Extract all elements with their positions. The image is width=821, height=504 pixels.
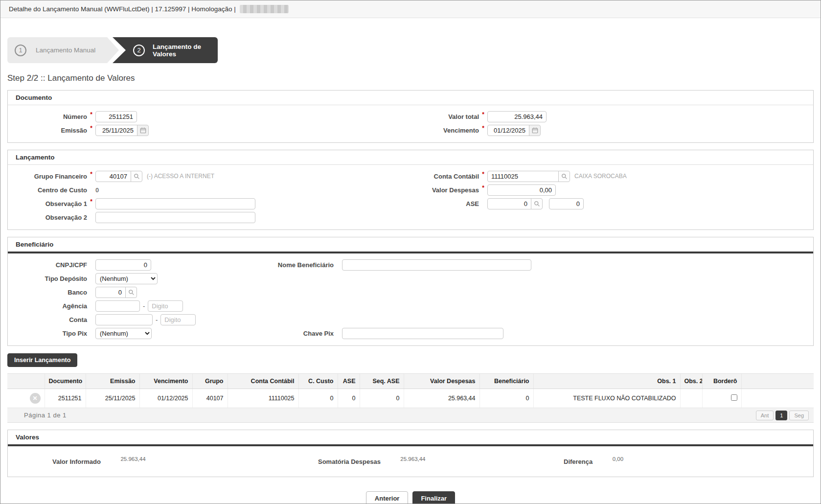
col-vencimento: Vencimento	[139, 374, 192, 389]
cell-obs2	[680, 389, 702, 408]
vencimento-calendar-icon[interactable]	[529, 125, 541, 136]
required-asterisk: *	[479, 111, 487, 118]
ase-seq-input[interactable]	[549, 198, 584, 209]
valor-informado-value: 25.963,44	[120, 456, 145, 462]
step-2-label: Lançamento de Valores	[153, 43, 218, 58]
banco-search-icon[interactable]	[125, 287, 137, 298]
emissao-label: Emissão	[8, 127, 87, 134]
cell-conta-contabil: 11110025	[228, 389, 298, 408]
grupo-financeiro-search-icon[interactable]	[131, 171, 142, 182]
valor-informado: Valor Informado 25.963,44	[52, 457, 146, 466]
col-obs1: Obs. 1	[533, 374, 680, 389]
agencia-digito-input[interactable]	[148, 300, 183, 312]
cell-valor-despesas: 25.963,44	[404, 389, 479, 408]
col-documento: Documento	[45, 374, 86, 389]
col-c-custo: C. Custo	[298, 374, 338, 389]
step-title: Step 2/2 :: Lançamento de Valores	[7, 73, 814, 83]
tipo-pix-label: Tipo Pix	[8, 330, 87, 337]
conta-contabil-label: Conta Contábil	[410, 173, 479, 180]
conta-contabil-input[interactable]	[487, 171, 559, 182]
ase-label: ASE	[410, 200, 479, 207]
step-1-number: 1	[15, 45, 26, 56]
table-header-row: Documento Emissão Vencimento Grupo Conta…	[7, 374, 814, 389]
nome-beneficiario-label: Nome Beneficiário	[272, 261, 334, 269]
cell-obs1: TESTE FLUXO NÃO COTABILIZADO	[533, 389, 680, 408]
somatoria-despesas-label: Somatória Despesas	[318, 458, 381, 465]
valor-total-label: Valor total	[410, 113, 479, 120]
valor-informado-label: Valor Informado	[52, 458, 101, 465]
banco-input[interactable]	[95, 287, 126, 298]
chave-pix-label: Chave Pix	[272, 330, 334, 337]
col-obs2: Obs. 2	[680, 374, 702, 389]
col-bordero: Borderô	[702, 374, 741, 389]
dash-separator: -	[143, 302, 145, 310]
agencia-input[interactable]	[95, 300, 140, 312]
observacao1-label: Observação 1	[8, 200, 87, 207]
valor-despesas-input[interactable]	[487, 184, 556, 196]
col-filler	[741, 374, 814, 389]
lancamentos-table: Documento Emissão Vencimento Grupo Conta…	[7, 373, 814, 423]
grupo-financeiro-input[interactable]	[95, 171, 131, 182]
diferenca: Diferença 0,00	[564, 457, 623, 466]
emissao-input[interactable]	[95, 125, 137, 136]
pagination-prev-button[interactable]: Ant	[756, 411, 774, 420]
pagination-page-1-button[interactable]: 1	[775, 411, 787, 420]
required-asterisk: *	[87, 125, 95, 132]
col-seq-ase: Seq. ASE	[360, 374, 404, 389]
valor-despesas-label: Valor Despesas	[410, 186, 479, 194]
inserir-lancamento-button[interactable]: Inserir Lançamento	[7, 353, 77, 367]
cnpj-cpf-label: CNPJ/CPF	[8, 261, 87, 269]
step-1-label: Lançamento Manual	[36, 46, 95, 54]
observacao2-label: Observação 2	[8, 214, 87, 221]
required-asterisk: *	[479, 171, 487, 178]
centro-custo-label: Centro de Custo	[8, 186, 87, 194]
agencia-label: Agência	[8, 302, 87, 310]
tipo-deposito-label: Tipo Depósito	[8, 275, 87, 282]
numero-input[interactable]	[95, 111, 137, 122]
chave-pix-input[interactable]	[342, 328, 503, 339]
section-documento-title: Documento	[8, 91, 813, 105]
required-asterisk: *	[87, 111, 95, 118]
conta-input[interactable]	[95, 314, 153, 325]
pagination-label: Página 1 de 1	[24, 412, 67, 419]
cell-seq-ase: 0	[360, 389, 404, 408]
cnpj-cpf-input[interactable]	[95, 259, 151, 271]
section-valores-title: Valores	[8, 430, 813, 446]
wizard-step-1[interactable]: 1 Lançamento Manual	[7, 37, 121, 63]
required-asterisk: *	[479, 125, 487, 132]
nome-beneficiario-input[interactable]	[342, 259, 531, 271]
dash-separator: -	[156, 316, 158, 323]
cell-vencimento: 01/12/2025	[139, 389, 192, 408]
conta-digito-input[interactable]	[160, 314, 196, 325]
emissao-calendar-icon[interactable]	[137, 125, 149, 136]
section-documento: Documento Número * Emissão *	[7, 90, 814, 143]
valor-total-input[interactable]	[487, 111, 547, 122]
observacao1-input[interactable]	[95, 198, 255, 209]
pagination-next-button[interactable]: Seg	[789, 411, 809, 420]
tipo-pix-select[interactable]: (Nenhum)	[95, 328, 152, 339]
conta-contabil-search-icon[interactable]	[558, 171, 570, 182]
observacao2-input[interactable]	[95, 212, 255, 223]
ase-input[interactable]	[487, 198, 531, 209]
wizard-steps: 1 Lançamento Manual 2 Lançamento de Valo…	[7, 37, 814, 63]
col-grupo: Grupo	[192, 374, 228, 389]
section-lancamento: Lançamento Grupo Financeiro * (-) ACESSO…	[7, 150, 814, 230]
ase-search-icon[interactable]	[531, 198, 543, 209]
page-title: Detalhe do Lançamento Manual (WWFluLctDe…	[9, 5, 236, 13]
delete-row-button[interactable]: ✕	[30, 393, 41, 404]
section-lancamento-title: Lançamento	[8, 150, 813, 165]
vencimento-input[interactable]	[487, 125, 529, 136]
bordero-checkbox[interactable]	[731, 394, 737, 401]
tipo-deposito-select[interactable]: (Nenhum)	[95, 273, 158, 284]
cell-filler	[741, 389, 814, 408]
required-asterisk: *	[87, 171, 95, 178]
conta-label: Conta	[8, 316, 87, 323]
numero-label: Número	[8, 113, 87, 120]
anterior-button[interactable]: Anterior	[366, 491, 409, 504]
wizard-step-2-active[interactable]: 2 Lançamento de Valores	[113, 37, 218, 63]
finalizar-button[interactable]: Finalizar	[412, 491, 455, 504]
cell-ase: 0	[338, 389, 360, 408]
cell-grupo: 40107	[192, 389, 228, 408]
window-titlebar: Detalhe do Lançamento Manual (WWFluLctDe…	[0, 0, 821, 18]
grupo-financeiro-label: Grupo Financeiro	[8, 173, 87, 180]
